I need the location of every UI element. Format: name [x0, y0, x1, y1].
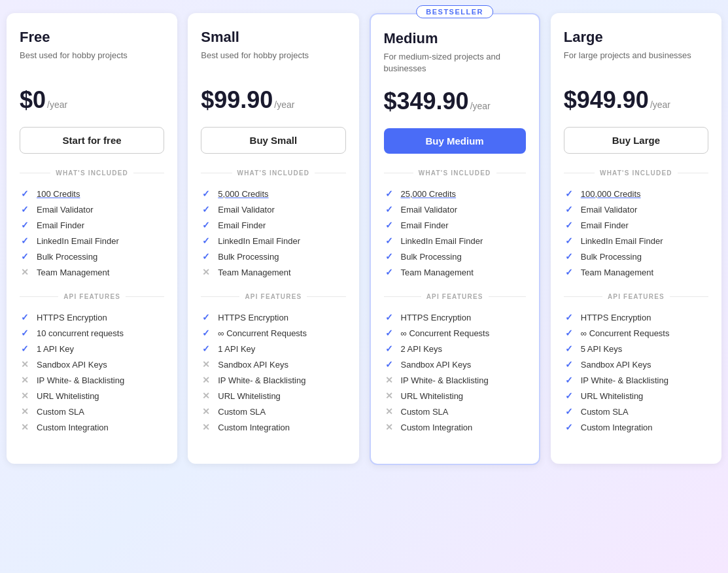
feature-item: ✕ Team Management [20, 264, 164, 280]
plan-price: $0 /year [20, 86, 164, 114]
api-feature-item: ✓ Custom Integration [564, 419, 708, 435]
x-icon: ✕ [384, 391, 394, 401]
whats-included-divider: WHAT'S INCLUDED [564, 169, 708, 177]
feature-label: 100,000 Credits [581, 189, 641, 199]
feature-label: Team Management [401, 268, 474, 277]
api-feature-label: Custom Integration [218, 423, 290, 432]
api-feature-label: ∞ Concurrent Requests [218, 328, 307, 338]
divider-line-right [678, 173, 708, 173]
check-icon: ✓ [564, 391, 574, 401]
feature-label: Email Finder [401, 220, 449, 230]
feature-item: ✓ Email Finder [384, 217, 526, 233]
api-feature-label: URL Whitelisting [401, 391, 464, 401]
bestseller-badge: BESTSELLER [416, 5, 493, 18]
feature-item: ✓ Bulk Processing [384, 249, 526, 264]
x-icon: ✕ [384, 422, 394, 432]
feature-label: 100 Credits [37, 189, 80, 199]
api-feature-item: ✕ IP White- & Blacklisting [20, 372, 164, 388]
api-features-divider: API FEATURES [384, 293, 526, 300]
feature-label: LinkedIn Email Finder [37, 236, 119, 246]
api-feature-label: 5 API Keys [581, 344, 623, 354]
check-icon: ✓ [384, 220, 394, 230]
plan-button-small[interactable]: Buy Small [201, 127, 345, 154]
feature-label: Team Management [37, 268, 109, 277]
plan-name: Large [564, 29, 708, 46]
api-feature-item: ✓ HTTPS Encryption [201, 309, 345, 325]
check-icon: ✓ [564, 312, 574, 322]
api-feature-label: HTTPS Encryption [218, 313, 288, 322]
check-icon: ✓ [20, 251, 30, 262]
feature-label: Bulk Processing [401, 252, 462, 262]
api-feature-label: HTTPS Encryption [401, 313, 472, 322]
api-features-list: ✓ HTTPS Encryption ✓ ∞ Concurrent Reques… [564, 309, 708, 435]
feature-label: Bulk Processing [37, 252, 97, 262]
feature-label: 5,000 Credits [218, 189, 268, 199]
whats-included-list: ✓ 25,000 Credits ✓ Email Validator ✓ Ema… [384, 186, 526, 280]
feature-label: LinkedIn Email Finder [401, 236, 483, 246]
plan-description: For medium-sized projects and businesses [384, 51, 526, 75]
api-feature-label: 1 API Key [37, 344, 74, 354]
api-feature-item: ✕ Sandbox API Keys [201, 356, 345, 372]
api-feature-item: ✓ 2 API Keys [384, 341, 526, 356]
check-icon: ✓ [564, 188, 574, 199]
check-icon: ✓ [384, 267, 394, 277]
api-feature-item: ✕ Custom SLA [201, 404, 345, 419]
api-feature-item: ✓ 1 API Key [201, 341, 345, 356]
api-feature-item: ✕ Sandbox API Keys [20, 356, 164, 372]
x-icon: ✕ [20, 422, 30, 432]
check-icon: ✓ [201, 312, 211, 322]
feature-label: Email Finder [581, 220, 629, 230]
divider-line-left [384, 296, 421, 297]
feature-label: 25,000 Credits [401, 189, 457, 199]
api-feature-item: ✕ URL Whitelisting [384, 388, 526, 404]
x-icon: ✕ [20, 375, 30, 385]
api-feature-item: ✓ ∞ Concurrent Requests [201, 325, 345, 341]
check-icon: ✓ [20, 343, 30, 354]
price-period: /year [470, 101, 491, 111]
feature-item: ✓ 100 Credits [20, 186, 164, 201]
api-feature-label: Custom SLA [401, 407, 449, 417]
api-feature-item: ✓ ∞ Concurrent Requests [384, 325, 526, 341]
pricing-grid: FreeBest used for hobby projects $0 /yea… [7, 13, 721, 465]
check-icon: ✓ [201, 220, 211, 230]
divider-line-right [670, 296, 708, 297]
api-features-divider: API FEATURES [201, 293, 345, 300]
feature-item: ✓ Team Management [384, 264, 526, 280]
feature-item: ✓ Bulk Processing [201, 249, 345, 264]
check-icon: ✓ [20, 312, 30, 322]
whats-included-list: ✓ 100,000 Credits ✓ Email Validator ✓ Em… [564, 186, 708, 280]
check-icon: ✓ [201, 328, 211, 338]
plan-button-free[interactable]: Start for free [20, 127, 164, 154]
check-icon: ✓ [384, 251, 394, 262]
divider-line-left [564, 173, 595, 173]
check-icon: ✓ [564, 406, 574, 417]
feature-item: ✓ LinkedIn Email Finder [20, 233, 164, 249]
plan-name: Medium [384, 30, 526, 47]
plan-button-medium[interactable]: Buy Medium [384, 128, 526, 154]
feature-label: Email Finder [218, 220, 266, 230]
api-feature-label: URL Whitelisting [581, 391, 644, 401]
check-icon: ✓ [384, 204, 394, 215]
api-feature-item: ✓ ∞ Concurrent Requests [564, 325, 708, 341]
whats-included-divider: WHAT'S INCLUDED [20, 169, 164, 177]
check-icon: ✓ [564, 220, 574, 230]
x-icon: ✕ [201, 359, 211, 370]
api-feature-item: ✓ Sandbox API Keys [564, 356, 708, 372]
api-feature-item: ✕ Custom Integration [384, 419, 526, 435]
api-feature-label: HTTPS Encryption [581, 313, 651, 322]
x-icon: ✕ [20, 406, 30, 417]
api-features-divider: API FEATURES [20, 293, 164, 300]
api-feature-label: Custom SLA [581, 407, 629, 417]
feature-item: ✓ 25,000 Credits [384, 186, 526, 201]
check-icon: ✓ [564, 267, 574, 277]
api-feature-label: Sandbox API Keys [581, 360, 651, 370]
api-features-label: API FEATURES [63, 293, 120, 300]
api-feature-item: ✓ 10 concurrent requests [20, 325, 164, 341]
feature-item: ✓ LinkedIn Email Finder [201, 233, 345, 249]
api-feature-label: IP White- & Blacklisting [401, 375, 489, 385]
check-icon: ✓ [20, 328, 30, 338]
feature-label: Email Validator [218, 205, 274, 215]
api-feature-label: Custom SLA [37, 407, 84, 417]
api-feature-item: ✕ Custom SLA [384, 404, 526, 419]
plan-button-large[interactable]: Buy Large [564, 127, 708, 154]
